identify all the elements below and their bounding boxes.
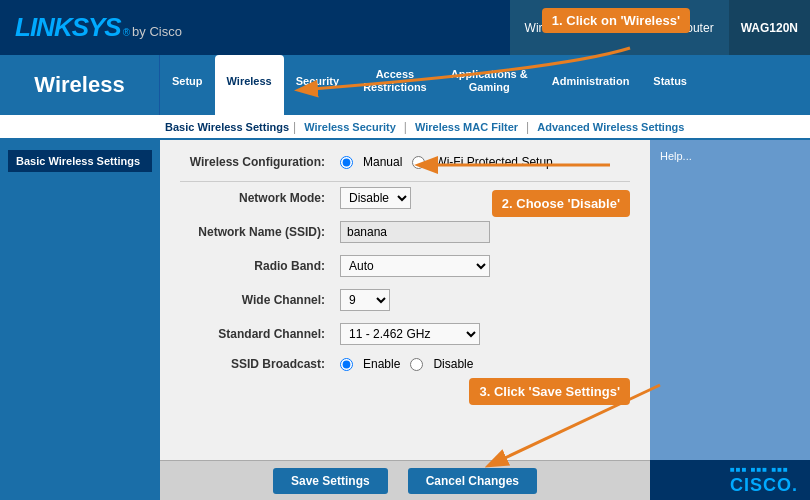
config-row: Wireless Configuration: Manual Wi-Fi Pro… xyxy=(180,155,630,169)
cancel-button[interactable]: Cancel Changes xyxy=(408,468,537,494)
tab-access-restrictions[interactable]: AccessRestrictions xyxy=(351,55,439,115)
config-manual-label[interactable]: Manual xyxy=(363,155,402,169)
config-options: Manual Wi-Fi Protected Setup xyxy=(340,155,553,169)
subnav-advanced[interactable]: Advanced Wireless Settings xyxy=(533,121,688,133)
radio-band-select[interactable]: Auto Wide - 40MHz Standard - 20MHz xyxy=(340,255,490,277)
subnav-security[interactable]: Wireless Security xyxy=(300,121,400,133)
help-panel: Help... xyxy=(650,140,810,500)
main-panel: Wireless Configuration: Manual Wi-Fi Pro… xyxy=(160,140,650,500)
radio-band-label: Radio Band: xyxy=(180,259,340,273)
standard-channel-select[interactable]: 1 - 2.412 GHz 6 - 2.437 GHz 11 - 2.462 G… xyxy=(340,323,480,345)
tab-status[interactable]: Status xyxy=(641,55,699,115)
footer-bar: Save Settings Cancel Changes xyxy=(160,460,650,500)
cisco-dots: ■■■ ■■■ ■■■ xyxy=(730,465,798,474)
config-wps-radio[interactable] xyxy=(412,156,425,169)
logo-area: LINKSYS ® by Cisco xyxy=(15,12,182,43)
logo-by-cisco: by Cisco xyxy=(132,24,182,39)
sub-nav: Basic Wireless Settings | Wireless Secur… xyxy=(0,115,810,140)
tab-wireless[interactable]: Wireless xyxy=(215,55,284,115)
ssid-broadcast-disable-radio[interactable] xyxy=(410,358,423,371)
ssid-row: Network Name (SSID): xyxy=(180,221,630,243)
annotation-step3: 3. Click 'Save Settings' xyxy=(469,378,630,405)
network-mode-label: Network Mode: xyxy=(180,191,340,205)
ssid-broadcast-control: Enable Disable xyxy=(340,357,473,371)
router-model: WAG120N xyxy=(729,0,810,55)
cisco-logo-area: ■■■ ■■■ ■■■ CISCO. xyxy=(650,460,810,500)
sidebar-title: Basic Wireless Settings xyxy=(8,150,152,172)
tab-applications-gaming[interactable]: Applications &Gaming xyxy=(439,55,540,115)
ssid-broadcast-enable-label[interactable]: Enable xyxy=(363,357,400,371)
help-text: Help... xyxy=(660,150,800,162)
standard-channel-label: Standard Channel: xyxy=(180,327,340,341)
ssid-broadcast-label: SSID Broadcast: xyxy=(180,357,340,371)
wide-channel-control: 1234 5678 91011 xyxy=(340,289,390,311)
nav-tabs: Setup Wireless Security AccessRestrictio… xyxy=(160,55,810,115)
ssid-label: Network Name (SSID): xyxy=(180,225,340,239)
config-label: Wireless Configuration: xyxy=(180,155,340,169)
config-wps-label[interactable]: Wi-Fi Protected Setup xyxy=(435,155,552,169)
ssid-broadcast-disable-label[interactable]: Disable xyxy=(433,357,473,371)
nav-section-label: Wireless xyxy=(0,55,160,115)
content-area: Basic Wireless Settings Wireless Configu… xyxy=(0,140,810,500)
subnav-macfilter[interactable]: Wireless MAC Filter xyxy=(411,121,522,133)
network-mode-control: Mixed Disable B-Only G-Only N-Only xyxy=(340,187,411,209)
wide-channel-select[interactable]: 1234 5678 91011 xyxy=(340,289,390,311)
subnav-basic[interactable]: Basic Wireless Settings xyxy=(165,121,289,133)
tab-setup[interactable]: Setup xyxy=(160,55,215,115)
radio-band-row: Radio Band: Auto Wide - 40MHz Standard -… xyxy=(180,255,630,277)
cisco-brand-text: CISCO. xyxy=(730,475,798,495)
annotation-step1: 1. Click on 'Wireless' xyxy=(542,8,690,33)
ssid-broadcast-enable-radio[interactable] xyxy=(340,358,353,371)
save-button[interactable]: Save Settings xyxy=(273,468,388,494)
sidebar: Basic Wireless Settings xyxy=(0,140,160,500)
logo-linksys: LINKSYS xyxy=(15,12,121,43)
ssid-input[interactable] xyxy=(340,221,490,243)
tab-security[interactable]: Security xyxy=(284,55,351,115)
standard-channel-row: Standard Channel: 1 - 2.412 GHz 6 - 2.43… xyxy=(180,323,630,345)
radio-band-control: Auto Wide - 40MHz Standard - 20MHz xyxy=(340,255,490,277)
nav-area: Wireless Setup Wireless Security AccessR… xyxy=(0,55,810,115)
ssid-broadcast-row: SSID Broadcast: Enable Disable xyxy=(180,357,630,371)
header: LINKSYS ® by Cisco Wireless-N ADSL2+ Mod… xyxy=(0,0,810,55)
standard-channel-control: 1 - 2.412 GHz 6 - 2.437 GHz 11 - 2.462 G… xyxy=(340,323,480,345)
ssid-control xyxy=(340,221,490,243)
tab-administration[interactable]: Administration xyxy=(540,55,642,115)
form-area: Wireless Configuration: Manual Wi-Fi Pro… xyxy=(160,140,650,460)
wide-channel-label: Wide Channel: xyxy=(180,293,340,307)
config-manual-radio[interactable] xyxy=(340,156,353,169)
wide-channel-row: Wide Channel: 1234 5678 91011 xyxy=(180,289,630,311)
network-mode-select[interactable]: Mixed Disable B-Only G-Only N-Only xyxy=(340,187,411,209)
cisco-logo: ■■■ ■■■ ■■■ CISCO. xyxy=(730,465,798,496)
annotation-step2: 2. Choose 'Disable' xyxy=(492,190,630,217)
logo-registered: ® xyxy=(123,27,130,38)
